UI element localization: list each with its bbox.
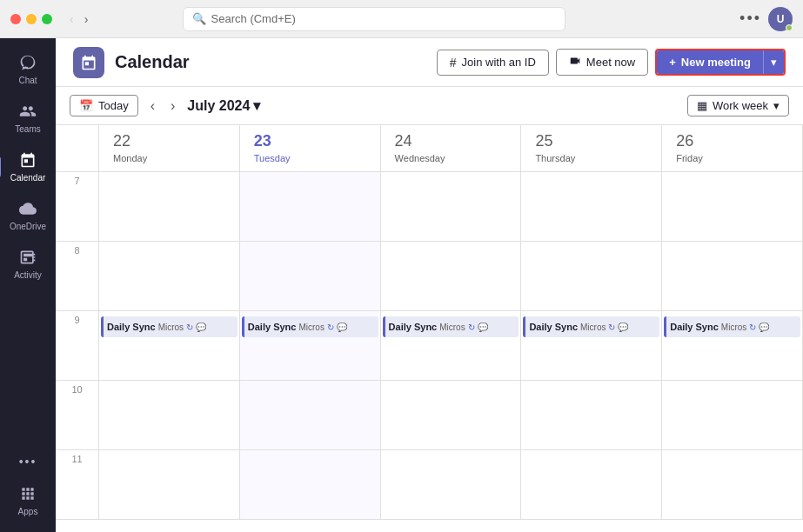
chat-event-icon: 💬 <box>759 323 769 332</box>
event-daily-sync-4[interactable]: Daily Sync Micros↻💬 <box>664 316 800 337</box>
day-cell-3-1[interactable] <box>521 242 662 311</box>
day-cell-1-3[interactable] <box>240 381 381 450</box>
sidebar-item-calendar-label: Calendar <box>10 173 46 183</box>
next-week-button[interactable]: › <box>167 95 178 117</box>
sidebar-item-activity[interactable]: Activity <box>5 242 50 287</box>
calendar-grid: 22 Monday 23 Tuesday 24 Wednesday 25 Thu… <box>56 125 803 532</box>
more-icon: ••• <box>19 456 37 468</box>
day-cell-3-2[interactable]: Daily Sync Micros↻💬 <box>521 311 662 381</box>
sidebar-item-apps[interactable]: Apps <box>5 478 50 523</box>
time-label-11: 11 <box>56 450 99 520</box>
today-calendar-icon: 📅 <box>79 99 93 112</box>
calendar-toolbar: 📅 Today ‹ › July 2024 ▾ ▦ Work week ▾ <box>56 87 803 125</box>
day-cell-0-0[interactable] <box>99 172 240 242</box>
back-button[interactable]: ‹ <box>66 10 77 28</box>
recurring-icon: ↻ <box>608 323 615 332</box>
grid-body: 7891011Daily Sync Micros↻💬Daily Sync Mic… <box>56 172 803 532</box>
day-cell-1-1[interactable] <box>240 242 381 311</box>
event-daily-sync-0[interactable]: Daily Sync Micros↻💬 <box>101 316 238 337</box>
sidebar-item-calendar[interactable]: Calendar <box>5 144 50 190</box>
sidebar-item-onedrive-label: OneDrive <box>10 222 46 231</box>
day-cell-2-1[interactable] <box>381 242 522 311</box>
day-col-3: Daily Sync Micros↻💬 <box>521 172 662 532</box>
day-cell-3-0[interactable] <box>521 172 662 242</box>
close-button[interactable] <box>10 14 21 24</box>
sidebar-item-more[interactable]: ••• <box>5 449 50 475</box>
month-selector[interactable]: July 2024 ▾ <box>187 97 260 114</box>
new-meeting-label: New meeting <box>681 56 751 69</box>
calendar-actions: # Join with an ID Meet now + New meeting… <box>437 49 786 76</box>
chat-icon <box>19 54 37 74</box>
apps-icon <box>19 485 37 505</box>
day-cell-4-0[interactable] <box>662 172 803 242</box>
day-cell-0-3[interactable] <box>99 381 240 450</box>
day-col-2: Daily Sync Micros↻💬 <box>381 172 522 532</box>
day-cell-3-3[interactable] <box>521 381 662 450</box>
day-col-1: Daily Sync Micros↻💬 <box>240 172 381 532</box>
meet-now-button[interactable]: Meet now <box>556 49 648 76</box>
day-cell-4-1[interactable] <box>662 242 803 311</box>
day-col-0: Daily Sync Micros↻💬 <box>99 172 240 532</box>
recurring-icon: ↻ <box>468 323 475 332</box>
hash-icon: # <box>450 56 457 70</box>
day-cell-0-2[interactable]: Daily Sync Micros↻💬 <box>99 311 240 381</box>
search-icon: 🔍 <box>192 12 206 25</box>
join-with-id-button[interactable]: # Join with an ID <box>437 50 549 76</box>
chat-event-icon: 💬 <box>337 323 347 332</box>
plus-icon: + <box>669 56 676 69</box>
day-col-4: Daily Sync Micros↻💬 <box>662 172 803 532</box>
calendar-header: Calendar # Join with an ID Meet now + Ne… <box>56 38 803 87</box>
onedrive-icon <box>19 200 37 220</box>
day-header-2: 24 Wednesday <box>381 125 522 171</box>
today-button[interactable]: 📅 Today <box>70 95 138 116</box>
more-options-button[interactable]: ••• <box>739 10 761 28</box>
day-cell-1-4[interactable] <box>240 450 381 520</box>
new-meeting-dropdown-button[interactable]: ▾ <box>763 50 784 74</box>
avatar: U <box>768 7 793 31</box>
event-daily-sync-1[interactable]: Daily Sync Micros↻💬 <box>242 316 378 337</box>
time-label-10: 10 <box>56 381 99 450</box>
event-daily-sync-3[interactable]: Daily Sync Micros↻💬 <box>523 316 659 337</box>
search-bar[interactable]: 🔍 Search (Cmd+E) <box>183 7 565 31</box>
event-daily-sync-2[interactable]: Daily Sync Micros↻💬 <box>383 316 519 337</box>
search-placeholder: Search (Cmd+E) <box>211 12 296 25</box>
day-cell-0-1[interactable] <box>99 242 240 311</box>
day-cell-0-4[interactable] <box>99 450 240 520</box>
chevron-down-icon: ▾ <box>253 97 260 114</box>
view-selector[interactable]: ▦ Work week ▾ <box>687 95 789 116</box>
day-cell-2-4[interactable] <box>381 450 522 520</box>
titlebar: ‹ › 🔍 Search (Cmd+E) ••• U <box>0 0 803 38</box>
day-cell-4-3[interactable] <box>662 381 803 450</box>
day-cell-2-0[interactable] <box>381 172 522 242</box>
maximize-button[interactable] <box>42 14 52 24</box>
sidebar-item-apps-label: Apps <box>18 507 38 516</box>
main-content: Calendar # Join with an ID Meet now + Ne… <box>56 38 803 532</box>
chat-event-icon: 💬 <box>478 323 488 332</box>
calendar-title: Calendar <box>115 52 190 72</box>
recurring-icon: ↻ <box>327 323 334 332</box>
time-label-9: 9 <box>56 311 99 381</box>
day-cell-4-4[interactable] <box>662 450 803 520</box>
new-meeting-button[interactable]: + New meeting <box>657 50 763 74</box>
activity-icon <box>19 249 37 269</box>
calendar-icon <box>19 151 37 171</box>
sidebar-item-chat[interactable]: Chat <box>5 47 50 92</box>
forward-button[interactable]: › <box>81 10 92 28</box>
sidebar-item-teams[interactable]: Teams <box>5 96 50 141</box>
prev-week-button[interactable]: ‹ <box>147 95 158 117</box>
view-chevron-icon: ▾ <box>773 99 780 112</box>
sidebar-item-teams-label: Teams <box>15 124 40 134</box>
sidebar-item-onedrive[interactable]: OneDrive <box>5 193 50 238</box>
day-header-4: 26 Friday <box>662 125 803 171</box>
day-cell-3-4[interactable] <box>521 450 662 520</box>
day-cell-1-2[interactable]: Daily Sync Micros↻💬 <box>240 311 381 381</box>
day-header-0: 22 Monday <box>99 125 240 171</box>
minimize-button[interactable] <box>26 14 37 24</box>
day-cell-2-2[interactable]: Daily Sync Micros↻💬 <box>381 311 522 381</box>
day-cell-2-3[interactable] <box>381 381 522 450</box>
day-cell-1-0[interactable] <box>240 172 381 242</box>
time-label-8: 8 <box>56 242 99 311</box>
day-cell-4-2[interactable]: Daily Sync Micros↻💬 <box>662 311 803 381</box>
traffic-lights <box>10 14 52 24</box>
app-body: Chat Teams Calendar OneDrive Activity <box>0 38 803 532</box>
